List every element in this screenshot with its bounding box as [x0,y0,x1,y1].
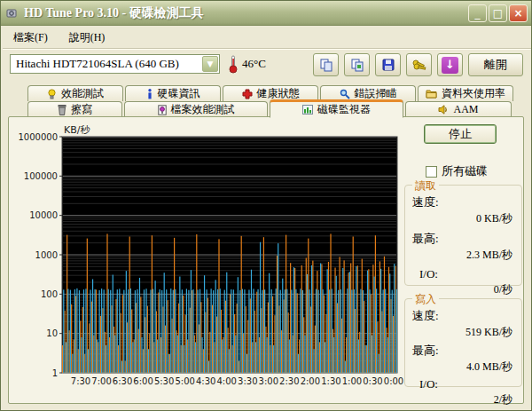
read-group: 讀取 速度: 0 KB/秒 最高: 2.3 MB/秒 I/O: 0/秒 [404,185,522,286]
save-button[interactable] [375,53,401,76]
svg-text:7:00: 7:00 [91,376,111,386]
write-max-value: 4.0 MB/秒 [412,360,512,375]
all-disks-option: 所有磁碟 [426,163,488,179]
window-title: HD Tune Pro 3.10 - 硬碟檢測工具 [24,5,466,21]
svg-text:1:00: 1:00 [342,376,362,386]
tab-aam[interactable]: AAM [405,101,512,117]
app-window: HD Tune Pro 3.10 - 硬碟檢測工具 _ □ × 檔案(F) 說明… [0,0,532,411]
copy-screenshot-icon [350,58,364,72]
close-button[interactable]: × [509,4,528,22]
drive-select[interactable]: Hitachi HDT721064SLA (640 GB) ▼ [10,54,220,74]
tab-label: 磁碟監視器 [317,102,371,117]
read-group-title: 讀取 [412,178,439,194]
write-speed-label: 速度: [412,308,514,324]
keys-icon [411,59,426,72]
tab-label: 擦寫 [71,102,92,117]
svg-text:4:30: 4:30 [196,376,215,386]
copy-button[interactable] [313,53,339,76]
svg-text:2:30: 2:30 [279,376,299,386]
write-io-label: I/O: [412,377,514,391]
write-speed-value: 519 KB/秒 [412,325,512,340]
scan-magnifier-icon [340,89,350,99]
read-max-label: 最高: [412,231,514,247]
menu-help[interactable]: 說明(H) [59,28,116,48]
write-group-title: 寫入 [412,292,439,307]
title-bar: HD Tune Pro 3.10 - 硬碟檢測工具 _ □ × [1,1,531,26]
tab-benchmark[interactable]: 效能測試 [27,85,123,101]
svg-text:0:30: 0:30 [363,376,382,386]
menu-file[interactable]: 檔案(F) [3,28,59,48]
svg-text:100000: 100000 [24,171,58,181]
tab-file-benchmark[interactable]: 檔案效能測試 [124,101,268,117]
svg-text:1: 1 [52,368,58,378]
info-icon [146,89,153,99]
svg-text:10000: 10000 [29,210,58,220]
maximize-button[interactable]: □ [489,4,507,22]
copy-screenshot-button[interactable] [344,53,370,76]
disk-monitor-chart: KB/秒11010010001000010000010000007:307:00… [12,123,408,391]
chevron-down-icon[interactable]: ▼ [202,56,218,72]
health-cross-icon [242,89,253,99]
app-icon [4,6,19,20]
svg-text:100: 100 [41,289,58,299]
svg-text:6:30: 6:30 [113,376,132,386]
read-io-label: I/O: [412,267,514,281]
svg-text:2:00: 2:00 [301,376,320,386]
svg-text:4:00: 4:00 [216,376,236,386]
save-icon [381,58,395,72]
tab-disk-info[interactable]: 硬碟資訊 [125,85,221,101]
tab-folder-usage[interactable]: 資料夾使用率 [418,85,513,101]
minimize-button[interactable]: _ [468,4,487,22]
tab-label: 資料夾使用率 [442,86,505,101]
svg-text:1000000: 1000000 [18,132,58,142]
svg-text:1000: 1000 [35,250,58,260]
all-disks-label: 所有磁碟 [442,163,488,179]
tab-erase[interactable]: 擦寫 [27,101,122,117]
disk-monitor-icon [302,105,313,115]
tab-label: 硬碟資訊 [158,86,200,101]
disk-monitor-panel: KB/秒11010010001000010000010000007:307:00… [8,116,524,404]
update-button[interactable]: ↓ [437,53,463,76]
svg-text:5:30: 5:30 [154,376,174,386]
svg-text:3:30: 3:30 [238,376,257,386]
update-arrow-icon: ↓ [442,57,458,74]
file-benchmark-icon [158,105,167,115]
tab-label: 效能測試 [61,86,104,101]
folder-icon [426,89,437,99]
thermometer-icon [228,54,239,74]
write-max-label: 最高: [412,343,514,359]
tab-label: AAM [453,103,478,116]
copy-icon [319,58,333,72]
write-group: 寫入 速度: 519 KB/秒 最高: 4.0 MB/秒 I/O: 2/秒 [404,298,522,387]
all-disks-checkbox[interactable] [426,166,437,178]
svg-text:10: 10 [46,328,58,338]
tab-label: 檔案效能測試 [171,102,235,117]
svg-text:1:30: 1:30 [321,376,340,386]
svg-text:KB/秒: KB/秒 [64,124,90,136]
stop-button[interactable]: 停止 [424,124,497,144]
menu-separator [3,48,531,50]
svg-text:0:00: 0:00 [384,376,403,386]
toolbar: Hitachi HDT721064SLA (640 GB) ▼ 46°C [1,51,532,81]
write-io-value: 2/秒 [412,392,512,407]
bulb-icon [47,89,57,99]
erase-trash-icon [58,105,66,115]
options-button[interactable] [406,53,432,76]
read-max-value: 2.3 MB/秒 [412,248,512,263]
read-speed-label: 速度: [412,194,514,210]
tab-strip-row1: 效能測試 硬碟資訊 健康狀態 錯誤掃瞄 [27,85,513,101]
svg-text:7:30: 7:30 [71,376,90,386]
svg-text:6:00: 6:00 [133,376,153,386]
chart-area: KB/秒11010010001000010000010000007:307:00… [12,123,408,392]
read-speed-value: 0 KB/秒 [412,211,512,226]
menu-bar: 檔案(F) 說明(H) [3,27,531,48]
temperature-value: 46°C [242,57,266,71]
tab-disk-monitor[interactable]: 磁碟監視器 [270,99,403,118]
speaker-icon [438,105,449,115]
svg-text:3:00: 3:00 [259,376,278,386]
exit-button[interactable]: 離開 [468,53,523,76]
drive-select-value: Hitachi HDT721064SLA (640 GB) [11,57,202,71]
svg-text:5:00: 5:00 [175,376,194,386]
tab-strip-row2: 擦寫 檔案效能測試 磁碟監視器 AAM [27,101,513,117]
